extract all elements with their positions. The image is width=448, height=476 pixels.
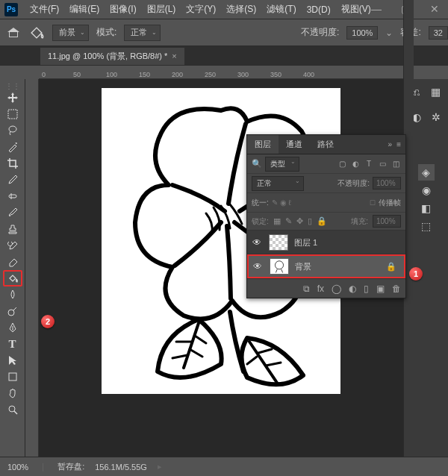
chevron-down-icon: ⌄ bbox=[152, 29, 157, 36]
channels-panel-toggle[interactable]: ◉ bbox=[418, 182, 435, 198]
layer-group-icon[interactable]: ▯ bbox=[364, 284, 369, 294]
tab-paths[interactable]: 路径 bbox=[310, 135, 341, 154]
shape-tool[interactable] bbox=[3, 369, 22, 385]
layer-thumbnail[interactable] bbox=[270, 258, 289, 275]
layers-panel-footer: ⧉ fx ◯ ◐ ▯ ▣ 🗑 bbox=[247, 278, 405, 298]
lock-artboard-icon[interactable]: ▯ bbox=[308, 216, 312, 226]
tab-layers[interactable]: 图层 bbox=[247, 135, 279, 154]
fill-value[interactable]: 100% bbox=[373, 215, 401, 228]
opacity-label: 不透明度: bbox=[301, 26, 339, 39]
new-layer-icon[interactable]: ▣ bbox=[376, 284, 385, 294]
lock-position-icon[interactable]: ✥ bbox=[296, 216, 303, 226]
layer-fx-icon[interactable]: fx bbox=[317, 284, 324, 294]
layer-opacity-value[interactable]: 100% bbox=[373, 177, 401, 190]
eyedropper-tool[interactable] bbox=[3, 172, 22, 188]
panel-collapse-icon[interactable]: » bbox=[388, 140, 393, 148]
layer-name[interactable]: 图层 1 bbox=[294, 237, 400, 248]
minimize-button[interactable]: — bbox=[368, 0, 385, 18]
menu-bar: Ps 文件(F) 编辑(E) 图像(I) 图层(L) 文字(Y) 选择(S) 滤… bbox=[0, 0, 448, 19]
panel-menu-icon[interactable]: ≡ bbox=[396, 140, 401, 148]
zoom-tool[interactable] bbox=[3, 401, 22, 418]
menu-edit[interactable]: 编辑(E) bbox=[65, 0, 104, 19]
filter-smart-icon[interactable]: ◫ bbox=[391, 159, 401, 169]
foreground-label: 前景 bbox=[59, 27, 75, 38]
marquee-tool[interactable] bbox=[3, 106, 22, 122]
mode-label: 模式: bbox=[96, 26, 116, 39]
paths-panel-toggle[interactable]: ◧ bbox=[418, 200, 435, 216]
layers-panel: 图层 通道 路径 » ≡ 🔍 类型 ▢ ◐ T ▭ ◫ 正常 不透明度: 100… bbox=[246, 134, 406, 298]
layer-thumbnail[interactable] bbox=[269, 234, 288, 251]
lock-label: 锁定: bbox=[252, 216, 269, 227]
horizontal-ruler: 0 50 100 150 200 250 300 350 400 bbox=[39, 66, 403, 79]
tolerance-value[interactable]: 32 bbox=[429, 26, 448, 40]
opacity-value[interactable]: 100% bbox=[346, 26, 378, 40]
lasso-tool[interactable] bbox=[3, 122, 22, 139]
crop-tool[interactable] bbox=[3, 155, 22, 172]
bucket-tool[interactable] bbox=[3, 270, 22, 286]
link-layers-icon[interactable]: ⧉ bbox=[303, 284, 310, 294]
status-bar: 100% ｜ 暂存盘: 156.1M/5.55G ▸ bbox=[0, 457, 448, 476]
layer-filter-row: 🔍 类型 ▢ ◐ T ▭ ◫ bbox=[247, 154, 405, 174]
adjustment-layer-icon[interactable]: ◐ bbox=[349, 284, 356, 294]
visibility-toggle[interactable]: 👁 bbox=[252, 237, 263, 248]
stamp-tool[interactable] bbox=[3, 221, 22, 237]
move-tool[interactable] bbox=[3, 90, 22, 106]
layer-mask-icon[interactable]: ◯ bbox=[332, 284, 341, 294]
blend-mode-dropdown[interactable]: 正常 bbox=[252, 176, 304, 191]
home-icon[interactable] bbox=[7, 27, 21, 39]
layer-item[interactable]: 👁 图层 1 bbox=[247, 231, 405, 254]
menu-type[interactable]: 文字(Y) bbox=[181, 0, 220, 19]
dodge-tool[interactable] bbox=[3, 303, 22, 319]
hand-tool[interactable] bbox=[3, 385, 22, 401]
layer-item-background[interactable]: 👁 背景 🔒 bbox=[247, 254, 405, 278]
grid-panel-icon[interactable]: ▦ bbox=[428, 84, 444, 100]
menu-image[interactable]: 图像(I) bbox=[105, 0, 140, 19]
close-button[interactable]: ✕ bbox=[427, 0, 442, 18]
active-tool-icon[interactable] bbox=[28, 25, 45, 41]
styles-icon[interactable]: ✲ bbox=[428, 109, 444, 125]
document-tab[interactable]: 11.jpg @ 100% (背景, RGB/8#) * × bbox=[40, 48, 184, 65]
foreground-dropdown[interactable]: 前景 ⌄ bbox=[52, 25, 89, 41]
pen-tool[interactable] bbox=[3, 319, 22, 336]
menu-select[interactable]: 选择(S) bbox=[222, 0, 261, 19]
tab-channels[interactable]: 通道 bbox=[279, 135, 310, 154]
healing-tool[interactable] bbox=[3, 188, 22, 204]
filter-pixel-icon[interactable]: ▢ bbox=[337, 159, 347, 169]
filter-shape-icon[interactable]: ▭ bbox=[377, 159, 388, 169]
menu-3d[interactable]: 3D(D) bbox=[302, 1, 335, 18]
zoom-level[interactable]: 100% bbox=[7, 463, 28, 472]
path-select-tool[interactable] bbox=[3, 352, 22, 369]
wand-tool[interactable] bbox=[3, 139, 22, 155]
lock-all-icon[interactable]: 🔒 bbox=[317, 216, 327, 226]
layers-panel-toggle[interactable]: ◈ bbox=[418, 164, 435, 181]
menu-layer[interactable]: 图层(L) bbox=[143, 0, 181, 19]
type-tool[interactable]: T bbox=[3, 336, 22, 352]
mode-dropdown[interactable]: 正常 ⌄ bbox=[124, 25, 161, 41]
options-bar: 前景 ⌄ 模式: 正常 ⌄ 不透明度: 100% ⌄ 容差: 32 bbox=[0, 19, 448, 46]
info-panel-toggle[interactable]: ⬚ bbox=[418, 218, 435, 234]
delete-layer-icon[interactable]: 🗑 bbox=[392, 284, 401, 294]
visibility-toggle[interactable]: 👁 bbox=[253, 261, 264, 272]
search-icon[interactable]: 🔍 bbox=[252, 159, 262, 169]
fill-label: 填充: bbox=[351, 216, 368, 227]
svg-point-1 bbox=[9, 126, 16, 132]
unify-row: 统一: ✎ ◉ ℓ ☐ 传播帧 bbox=[247, 193, 405, 213]
menu-file[interactable]: 文件(F) bbox=[25, 0, 63, 19]
lock-paint-icon[interactable]: ✎ bbox=[285, 216, 292, 226]
vertical-ruler bbox=[25, 79, 39, 473]
brush-tool[interactable] bbox=[3, 204, 22, 221]
layer-name[interactable]: 背景 bbox=[295, 261, 380, 272]
history-brush-tool[interactable] bbox=[3, 237, 22, 254]
toolbox-grip[interactable]: ⋮⋮ bbox=[4, 82, 22, 90]
svg-line-5 bbox=[13, 307, 16, 310]
close-tab-icon[interactable]: × bbox=[172, 51, 176, 60]
blur-tool[interactable] bbox=[3, 286, 22, 303]
lock-pixels-icon[interactable]: ▦ bbox=[273, 216, 281, 226]
filter-type-icon[interactable]: T bbox=[364, 159, 374, 169]
menu-filter[interactable]: 滤镜(T) bbox=[262, 0, 300, 19]
blend-row: 正常 不透明度: 100% bbox=[247, 174, 405, 193]
mode-value: 正常 bbox=[131, 27, 147, 38]
filter-adjust-icon[interactable]: ◐ bbox=[350, 159, 361, 169]
eraser-tool[interactable] bbox=[3, 254, 22, 270]
filter-kind-dropdown[interactable]: 类型 bbox=[265, 157, 299, 172]
